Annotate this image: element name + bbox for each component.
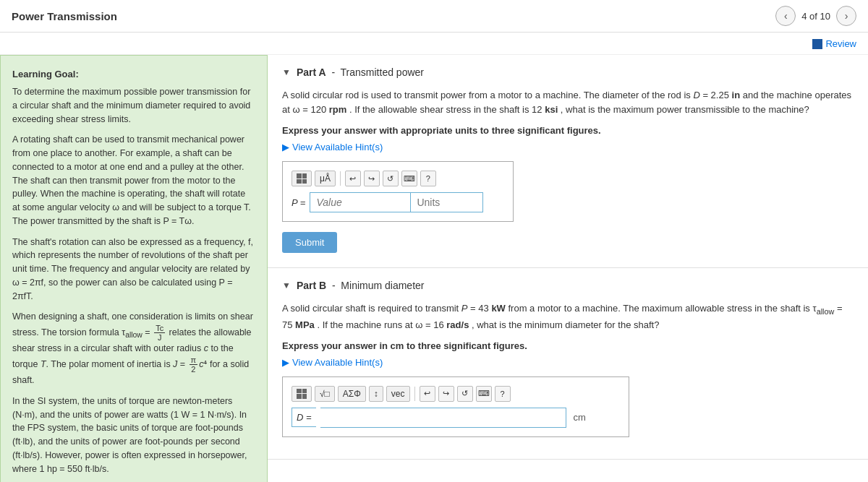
sidebar-intro: To determine the maximum possible power … bbox=[12, 85, 255, 126]
undo-button[interactable]: ↩ bbox=[345, 171, 361, 186]
part-b-header[interactable]: ▼ Part B - Minimum diameter bbox=[282, 280, 854, 291]
reset-button-b[interactable]: ↺ bbox=[457, 386, 473, 402]
prev-button[interactable]: ‹ bbox=[775, 6, 796, 26]
part-a-instruction: Express your answer with appropriate uni… bbox=[282, 125, 854, 136]
part-a-title: Part A - Transmitted power bbox=[297, 66, 424, 78]
part-a-input-label: P = bbox=[292, 197, 305, 208]
sidebar-heading: Learning Goal: bbox=[12, 67, 255, 82]
next-button[interactable]: › bbox=[836, 6, 856, 26]
radical-button[interactable]: √□ bbox=[315, 386, 335, 402]
part-a-collapse-icon: ▼ bbox=[282, 67, 291, 77]
header: Power Transmission ‹ 4 of 10 › bbox=[0, 0, 868, 33]
part-b-subtitle: Minimum diameter bbox=[341, 280, 424, 291]
content: ▼ Part A - Transmitted power A solid cir… bbox=[268, 55, 868, 483]
sidebar-p4: In the SI system, the units of torque ar… bbox=[12, 395, 255, 476]
separator-1 bbox=[340, 171, 341, 186]
part-b-value-input[interactable] bbox=[320, 408, 566, 428]
sidebar-p2: The shaft's rotation can also be express… bbox=[12, 236, 255, 304]
arrows-button[interactable]: ↕ bbox=[369, 386, 383, 402]
part-a-header[interactable]: ▼ Part A - Transmitted power bbox=[282, 66, 854, 78]
review-label: Review bbox=[825, 38, 856, 49]
part-b-label: Part B bbox=[297, 280, 326, 291]
grid-icon bbox=[297, 173, 307, 184]
part-a-subtitle: Transmitted power bbox=[341, 66, 424, 78]
part-b-section: ▼ Part B - Minimum diameter A solid circ… bbox=[268, 268, 868, 460]
greek-button[interactable]: ΑΣΦ bbox=[338, 386, 366, 402]
part-a-problem: A solid circular rod is used to transmit… bbox=[282, 88, 854, 119]
keyboard-button[interactable]: ⌨ bbox=[401, 171, 417, 186]
page-title: Power Transmission bbox=[12, 10, 117, 22]
part-a-value-input[interactable] bbox=[310, 192, 411, 212]
part-b-title: Part B - Minimum diameter bbox=[297, 280, 425, 291]
part-b-units-label: cm bbox=[574, 412, 586, 423]
help-button-b[interactable]: ? bbox=[495, 386, 511, 402]
reset-button[interactable]: ↺ bbox=[383, 171, 399, 186]
part-a-section: ▼ Part A - Transmitted power A solid cir… bbox=[268, 55, 868, 269]
grid-button[interactable] bbox=[292, 171, 312, 186]
part-b-instruction: Express your answer in cm to three signi… bbox=[282, 340, 854, 351]
page-counter: 4 of 10 bbox=[801, 11, 830, 22]
part-b-hint-label: View Available Hint(s) bbox=[292, 357, 383, 368]
part-a-hint-icon: ▶ bbox=[282, 142, 289, 152]
sidebar-p1: A rotating shaft can be used to transmit… bbox=[12, 133, 255, 228]
main-layout: Learning Goal: To determine the maximum … bbox=[0, 55, 868, 483]
part-b-problem: A solid circular shaft is required to tr… bbox=[282, 301, 854, 333]
part-a-hint[interactable]: ▶ View Available Hint(s) bbox=[282, 142, 854, 152]
answer-box-b: √□ ΑΣΦ ↕ vec ↩ ↪ ↺ ⌨ ? D = cm bbox=[282, 376, 629, 437]
part-b-input-label: D = bbox=[292, 408, 316, 427]
part-a-units-input[interactable] bbox=[411, 192, 483, 212]
mu-button[interactable]: μÅ bbox=[315, 171, 336, 186]
review-link[interactable]: Review bbox=[812, 38, 856, 49]
input-row-a: P = bbox=[292, 192, 504, 212]
part-b-collapse-icon: ▼ bbox=[282, 280, 291, 291]
review-icon bbox=[812, 39, 822, 49]
navigation: ‹ 4 of 10 › bbox=[775, 6, 856, 26]
sidebar-p3: When designing a shaft, one consideratio… bbox=[12, 310, 255, 387]
part-a-hint-label: View Available Hint(s) bbox=[292, 142, 383, 152]
grid-icon-b bbox=[297, 389, 307, 399]
separator-b bbox=[414, 387, 415, 401]
keyboard-button-b[interactable]: ⌨ bbox=[476, 386, 492, 402]
undo-button-b[interactable]: ↩ bbox=[420, 386, 435, 402]
grid-button-b[interactable] bbox=[292, 386, 312, 402]
part-b-hint[interactable]: ▶ View Available Hint(s) bbox=[282, 357, 854, 368]
review-bar: Review bbox=[0, 33, 868, 55]
vec-button[interactable]: vec bbox=[386, 386, 410, 402]
redo-button[interactable]: ↪ bbox=[364, 171, 380, 186]
part-a-label: Part A bbox=[297, 66, 326, 78]
answer-box-a: μÅ ↩ ↪ ↺ ⌨ ? P = bbox=[282, 161, 514, 222]
part-b-hint-icon: ▶ bbox=[282, 357, 289, 368]
help-button[interactable]: ? bbox=[420, 171, 436, 186]
toolbar-a: μÅ ↩ ↪ ↺ ⌨ ? bbox=[292, 171, 504, 186]
input-row-b: D = cm bbox=[292, 408, 620, 428]
redo-button-b[interactable]: ↪ bbox=[438, 386, 454, 402]
sidebar: Learning Goal: To determine the maximum … bbox=[0, 55, 268, 483]
toolbar-b: √□ ΑΣΦ ↕ vec ↩ ↪ ↺ ⌨ ? bbox=[292, 386, 620, 402]
part-a-submit-button[interactable]: Submit bbox=[282, 232, 337, 253]
